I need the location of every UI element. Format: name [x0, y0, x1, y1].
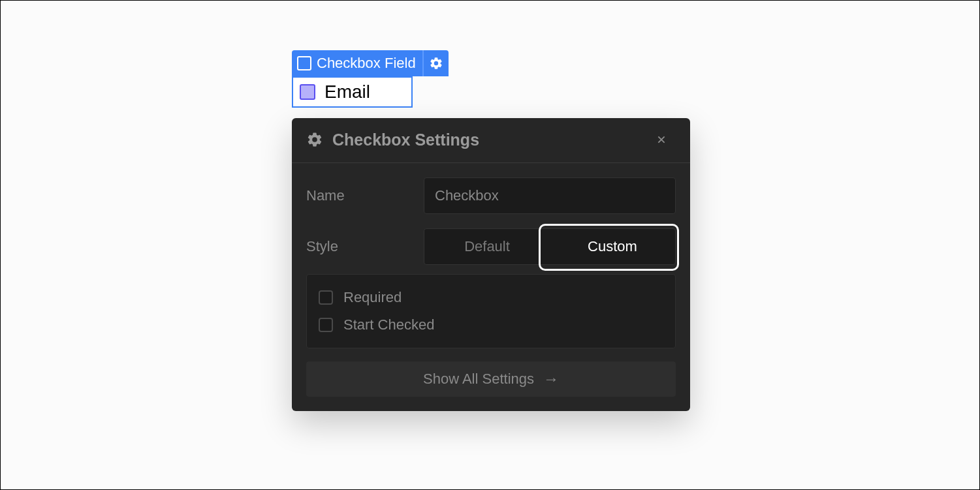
checkbox-outline-icon [297, 56, 311, 70]
name-input[interactable]: Checkbox [424, 177, 676, 214]
style-toggle-group: Default Custom [424, 228, 676, 265]
checkbox-icon[interactable] [319, 318, 333, 332]
style-label: Style [306, 238, 424, 255]
gear-icon [429, 56, 443, 70]
close-button[interactable] [656, 130, 676, 149]
style-row: Style Default Custom [306, 228, 676, 265]
panel-title: Checkbox Settings [332, 130, 656, 149]
element-tag-badge: Checkbox Field [292, 50, 449, 76]
show-all-settings-label: Show All Settings [423, 371, 534, 388]
checkbox-icon[interactable] [300, 84, 315, 100]
name-row: Name Checkbox [306, 177, 676, 214]
show-all-settings-button[interactable]: Show All Settings → [306, 361, 676, 397]
element-tag-label-area[interactable]: Checkbox Field [292, 50, 422, 76]
options-box: Required Start Checked [306, 274, 676, 348]
panel-header: Checkbox Settings [292, 118, 690, 163]
checkbox-settings-panel: Checkbox Settings Name Checkbox Style De… [292, 118, 690, 411]
arrow-right-icon: → [543, 370, 559, 388]
style-option-custom[interactable]: Custom [550, 229, 675, 264]
option-required[interactable]: Required [319, 284, 663, 311]
style-option-default[interactable]: Default [424, 229, 550, 264]
panel-body: Name Checkbox Style Default Custom [292, 163, 690, 265]
option-required-label: Required [343, 289, 402, 306]
checkbox-field-label: Email [324, 82, 370, 102]
element-settings-button[interactable] [422, 50, 449, 76]
name-label: Name [306, 187, 424, 204]
checkbox-field-preview[interactable]: Email [292, 76, 413, 108]
element-tag-label: Checkbox Field [317, 55, 416, 72]
checkbox-icon[interactable] [319, 290, 333, 305]
option-start-checked-label: Start Checked [343, 316, 434, 333]
close-icon [656, 132, 667, 147]
option-start-checked[interactable]: Start Checked [319, 311, 663, 339]
gear-icon [306, 131, 323, 148]
